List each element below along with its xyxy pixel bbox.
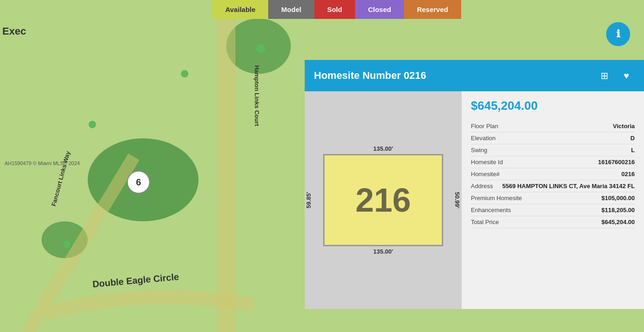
info-row-3: Homesite Id16167600216 [471, 156, 635, 168]
svg-point-10 [181, 70, 188, 77]
info-row-4: Homesite#0216 [471, 168, 635, 180]
lot-big-number: 216 [355, 181, 411, 219]
detail-panel: Homesite Number 0216 ⊞ ♥ 135.00' 135.00'… [305, 60, 644, 309]
info-row-5: Address5569 HAMPTON LINKS CT, Ave Maria … [471, 180, 635, 192]
panel-header: Homesite Number 0216 ⊞ ♥ [305, 60, 644, 91]
lot-preview: 135.00' 135.00' 59.85' 50.99' 216 [305, 91, 462, 309]
compare-icon: ⊞ [601, 70, 608, 81]
hole-number: 6 [136, 177, 141, 188]
info-label-7: Enhancements [471, 207, 511, 213]
info-row-6: Premium Homesite$105,000.00 [471, 192, 635, 204]
info-row-1: ElevationD [471, 132, 635, 144]
dim-top: 135.00' [373, 145, 393, 152]
favorite-button[interactable]: ♥ [618, 67, 635, 84]
info-value-5: 5569 HAMPTON LINKS CT, Ave Maria 34142 F… [502, 183, 635, 190]
legend-available[interactable]: Available [212, 0, 268, 19]
panel-body: 135.00' 135.00' 59.85' 50.99' 216 $645,2… [305, 91, 644, 309]
info-section: $645,204.00 Floor PlanVictoriaElevationD… [462, 91, 644, 309]
dim-bottom: 135.00' [373, 248, 393, 255]
info-value-4: 0216 [621, 171, 635, 178]
info-row-0: Floor PlanVictoria [471, 120, 635, 132]
info-row-2: SwingL [471, 144, 635, 156]
svg-point-9 [89, 121, 96, 128]
info-value-8: $645,204.00 [602, 219, 635, 225]
info-value-0: Victoria [613, 123, 635, 130]
dim-left: 59.85' [305, 192, 312, 208]
svg-rect-4 [217, 0, 235, 332]
legend-reserved[interactable]: Reserved [404, 0, 461, 19]
legend-closed[interactable]: Closed [355, 0, 404, 19]
panel-actions: ⊞ ♥ [596, 67, 635, 84]
info-label-5: Address [471, 183, 493, 190]
exec-text: Exec [2, 25, 26, 37]
lot-diagram: 135.00' 135.00' 59.85' 50.99' 216 [323, 154, 443, 246]
compare-button[interactable]: ⊞ [596, 67, 613, 84]
info-label-1: Elevation [471, 135, 495, 142]
hampton-links-court-label: Hampton Links Court [253, 65, 260, 126]
info-label-4: Homesite# [471, 171, 500, 178]
info-rows: Floor PlanVictoriaElevationDSwingLHomesi… [471, 120, 635, 228]
info-button[interactable]: ℹ [606, 22, 630, 46]
info-label-0: Floor Plan [471, 123, 498, 130]
panel-title: Homesite Number 0216 [314, 70, 426, 82]
legend-bar: Available Model Sold Closed Reserved [212, 0, 461, 19]
info-label-2: Swing [471, 147, 487, 154]
info-value-6: $105,000.00 [602, 195, 635, 202]
info-label-3: Homesite Id [471, 159, 503, 166]
svg-point-8 [256, 44, 265, 53]
info-row-7: Enhancements$118,205.00 [471, 204, 635, 216]
hole-marker: 6 [127, 171, 150, 194]
info-label-8: Total Price [471, 219, 499, 225]
legend-sold[interactable]: Sold [314, 0, 355, 19]
info-value-3: 16167600216 [598, 159, 635, 166]
svg-point-7 [63, 241, 71, 248]
info-value-1: D [631, 135, 635, 142]
info-row-8: Total Price$645,204.00 [471, 216, 635, 228]
info-value-2: L [631, 147, 635, 154]
dim-right: 50.99' [454, 192, 461, 208]
info-icon: ℹ [616, 28, 620, 40]
legend-model[interactable]: Model [268, 0, 314, 19]
favorite-icon: ♥ [624, 71, 629, 81]
info-label-6: Premium Homesite [471, 195, 522, 202]
price-display: $645,204.00 [471, 99, 635, 113]
info-value-7: $118,205.00 [602, 207, 635, 213]
